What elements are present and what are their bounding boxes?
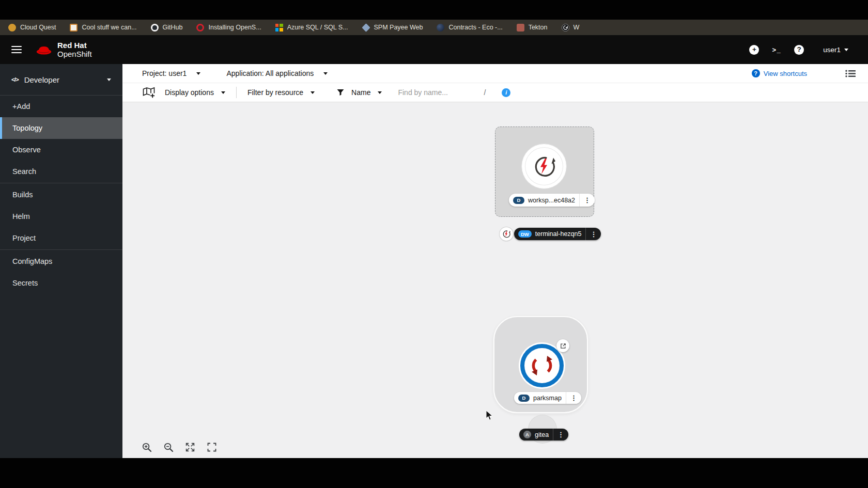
chevron-down-icon [311, 91, 315, 94]
project-selector[interactable]: Project: user1 [142, 69, 200, 77]
parksmap-name: parksmap [533, 395, 562, 402]
find-by-name-input[interactable] [397, 88, 463, 97]
project-selector-label: Project: user1 [142, 69, 187, 77]
kebab-menu-icon[interactable]: ⋮ [553, 429, 568, 440]
application-selector-label: Application: All applications [226, 69, 314, 77]
gitea-node-label[interactable]: A gitea ⋮ [519, 429, 568, 440]
web-terminal-icon[interactable]: >_ [772, 46, 781, 54]
kebab-menu-icon[interactable]: ⋮ [579, 194, 595, 207]
globe-arrow-icon [562, 24, 569, 32]
chevron-down-icon [323, 72, 328, 75]
devworkspace-icon [533, 155, 555, 178]
name-filter-label: Name [351, 88, 370, 97]
parksmap-app-icon [530, 354, 554, 377]
user-menu[interactable]: user1 [823, 46, 848, 54]
topology-canvas[interactable]: D worksp...ec48a2 ⋮ DW terminal-hezqn5 ⋮ [122, 102, 868, 458]
zoom-in-icon [142, 443, 152, 452]
sidebar-item-secrets[interactable]: Secrets [0, 272, 122, 294]
info-icon[interactable]: i [502, 88, 510, 97]
bookmark-label: W [574, 24, 580, 31]
bookmark-cloud-quest[interactable]: Cloud Quest [8, 24, 56, 32]
bookmark-label: Azure SQL / SQL S... [287, 24, 348, 31]
devworkspace-badge: DW [518, 230, 532, 238]
redhat-openshift-logo[interactable]: Red Hat OpenShift [36, 41, 92, 58]
sidebar-item-search[interactable]: Search [0, 161, 122, 182]
toolbar-divider [236, 87, 237, 98]
mouse-cursor [486, 410, 493, 423]
sidebar-item-helm[interactable]: Helm [0, 206, 122, 227]
bookmark-label: Contracts - Eco -... [448, 24, 502, 31]
quick-create-plus-icon[interactable]: + [749, 45, 759, 55]
workspace-node[interactable] [521, 144, 567, 189]
application-selector[interactable]: Application: All applications [226, 69, 328, 77]
filter-by-resource-dropdown[interactable]: Filter by resource [247, 88, 315, 97]
devworkspace-icon [502, 230, 510, 238]
bookmark-cool-stuff[interactable]: Cool stuff we can... [70, 24, 136, 32]
workspace-node-label[interactable]: D worksp...ec48a2 ⋮ [509, 194, 595, 207]
brand-text: Red Hat OpenShift [57, 41, 92, 58]
deployment-badge: D [518, 395, 530, 402]
filter-funnel-icon [337, 89, 344, 96]
bookmark-label: Cool stuff we can... [82, 24, 136, 31]
parksmap-node-label[interactable]: D parksmap ⋮ [514, 392, 581, 404]
perspective-switcher[interactable]: </> Developer [0, 64, 122, 96]
application-badge: A [523, 431, 531, 438]
sidebar-nav: </> Developer +Add Topology Observe Sear… [0, 64, 122, 458]
sidebar-item-topology[interactable]: Topology [0, 117, 122, 139]
external-link-icon [560, 343, 566, 349]
bookmark-label: GitHub [163, 24, 183, 31]
fit-to-screen-button[interactable] [181, 438, 199, 456]
list-view-toggle[interactable] [845, 70, 856, 77]
redhat-fedora-icon [36, 44, 52, 56]
bookmark-label: SPM Payee Web [374, 24, 423, 31]
diamond-icon [362, 23, 370, 32]
bookmark-github[interactable]: GitHub [151, 24, 183, 32]
sidebar-item-builds[interactable]: Builds [0, 184, 122, 206]
gitea-name: gitea [535, 431, 549, 438]
zoom-in-button[interactable] [138, 438, 156, 456]
nav-toggle-hamburger-icon[interactable] [11, 46, 22, 54]
terminal-node[interactable] [500, 227, 513, 241]
add-to-project-map-icon[interactable] [143, 87, 155, 98]
display-options-label: Display options [165, 88, 214, 97]
bookmark-tekton[interactable]: Tekton [517, 24, 548, 32]
cloud-quest-icon [8, 24, 16, 32]
code-icon: </> [11, 76, 19, 83]
terminal-name: terminal-hezqn5 [535, 230, 582, 238]
kebab-menu-icon[interactable]: ⋮ [585, 228, 601, 240]
bookmark-installing-openshift[interactable]: Installing OpenS... [196, 24, 261, 32]
bookmark-contracts[interactable]: Contracts - Eco -... [437, 24, 502, 32]
parksmap-node[interactable] [520, 344, 564, 387]
help-circle-icon: ? [752, 69, 760, 77]
topology-control-bar [138, 438, 221, 456]
context-selector-bar: Project: user1 Application: All applicat… [122, 64, 868, 83]
openshift-ring-icon [196, 24, 204, 32]
open-url-decorator[interactable] [556, 339, 569, 352]
view-shortcuts-link[interactable]: ? View shortcuts [752, 69, 807, 77]
chevron-down-icon [221, 91, 225, 94]
help-icon[interactable]: ? [794, 45, 804, 55]
zoom-out-button[interactable] [160, 438, 177, 456]
sidebar-item-observe[interactable]: Observe [0, 139, 122, 161]
sidebar-item-project[interactable]: Project [0, 227, 122, 249]
username: user1 [823, 46, 841, 54]
sidebar-item-add[interactable]: +Add [0, 96, 122, 117]
sidebar-item-configmaps[interactable]: ConfigMaps [0, 250, 122, 272]
kebab-menu-icon[interactable]: ⋮ [566, 392, 581, 404]
chevron-down-icon [844, 49, 848, 51]
bookmark-azure-sql[interactable]: Azure SQL / SQL S... [275, 24, 348, 32]
main-content: Project: user1 Application: All applicat… [122, 64, 868, 458]
bookmark-spm-payee[interactable]: SPM Payee Web [362, 24, 423, 32]
chevron-down-icon [107, 78, 111, 81]
chevron-down-icon [196, 72, 200, 75]
nav-divider [0, 249, 122, 250]
github-icon [151, 24, 159, 32]
fullscreen-button[interactable] [203, 438, 221, 456]
view-shortcuts-label: View shortcuts [764, 70, 807, 77]
name-filter-dropdown[interactable]: Name [351, 88, 382, 97]
terminal-node-label[interactable]: DW terminal-hezqn5 ⋮ [514, 228, 601, 240]
display-options-dropdown[interactable]: Display options [165, 88, 225, 97]
bookmark-w[interactable]: W [562, 24, 580, 32]
brand-line2: OpenShift [57, 50, 92, 58]
topology-filter-bar: Display options Filter by resource Name … [122, 83, 868, 102]
